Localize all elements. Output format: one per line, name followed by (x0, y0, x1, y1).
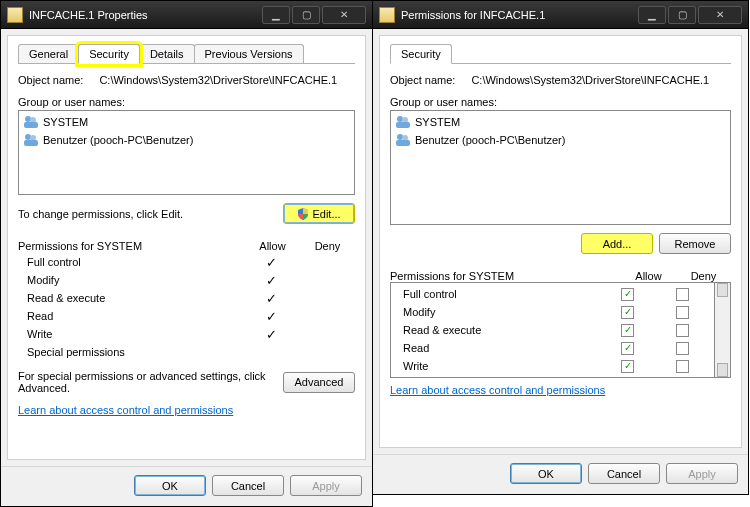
close-button[interactable]: ✕ (322, 6, 366, 24)
group-icon (23, 114, 39, 130)
permissions-list: Full control✓Modify✓Read & execute✓Read✓… (18, 252, 355, 362)
ok-button[interactable]: OK (134, 475, 206, 496)
permission-name: Read & execute (395, 324, 600, 336)
minimize-button[interactable]: ▁ (638, 6, 666, 24)
maximize-button[interactable]: ▢ (292, 6, 320, 24)
apply-button[interactable]: Apply (666, 463, 738, 484)
tab-bar: General Security Details Previous Versio… (18, 44, 355, 64)
object-name-label: Object name: (18, 74, 83, 86)
permission-name: Read (395, 342, 600, 354)
titlebar[interactable]: Permissions for INFCACHE.1 ▁ ▢ ✕ (373, 1, 748, 29)
tab-security[interactable]: Security (78, 44, 140, 64)
permission-row: Modify✓ (19, 271, 354, 289)
cancel-button[interactable]: Cancel (588, 463, 660, 484)
deny-header: Deny (300, 240, 355, 252)
permission-row: Full control (395, 285, 710, 303)
edit-button[interactable]: Edit... (283, 203, 355, 224)
ok-button[interactable]: OK (510, 463, 582, 484)
scrollbar[interactable] (715, 282, 731, 378)
permission-name: Write (395, 360, 600, 372)
svg-rect-11 (396, 140, 410, 146)
maximize-button[interactable]: ▢ (668, 6, 696, 24)
permission-name: Modify (19, 274, 244, 286)
permission-row: Read (395, 339, 710, 357)
window-title: INFCACHE.1 Properties (29, 9, 262, 21)
permission-row: Write (395, 357, 710, 375)
list-item[interactable]: Benutzer (pooch-PC\Benutzer) (21, 131, 352, 149)
permission-row: Special permissions (19, 343, 354, 361)
list-item[interactable]: SYSTEM (21, 113, 352, 131)
tab-details[interactable]: Details (139, 44, 195, 63)
allow-checkbox[interactable] (621, 306, 634, 319)
allow-header: Allow (245, 240, 300, 252)
allow-cell: ✓ (244, 309, 299, 324)
tab-security[interactable]: Security (390, 44, 452, 64)
permission-name: Modify (395, 306, 600, 318)
advanced-button[interactable]: Advanced (283, 372, 355, 393)
allow-header: Allow (621, 270, 676, 282)
allow-checkbox[interactable] (621, 360, 634, 373)
permission-name: Full control (19, 256, 244, 268)
close-button[interactable]: ✕ (698, 6, 742, 24)
shield-icon (297, 208, 309, 220)
learn-link[interactable]: Learn about access control and permissio… (390, 384, 731, 396)
svg-rect-8 (396, 122, 410, 128)
change-permissions-text: To change permissions, click Edit. (18, 208, 183, 220)
list-item-label: SYSTEM (43, 116, 88, 128)
list-item[interactable]: SYSTEM (393, 113, 728, 131)
group-label: Group or user names: (390, 96, 731, 108)
cancel-button[interactable]: Cancel (212, 475, 284, 496)
permission-name: Write (19, 328, 244, 340)
deny-checkbox[interactable] (676, 324, 689, 337)
permission-name: Full control (395, 288, 600, 300)
permission-row: Modify (395, 303, 710, 321)
group-label: Group or user names: (18, 96, 355, 108)
permission-row: Full control✓ (19, 253, 354, 271)
allow-cell: ✓ (244, 273, 299, 288)
user-list[interactable]: SYSTEM Benutzer (pooch-PC\Benutzer) (18, 110, 355, 195)
deny-checkbox[interactable] (676, 342, 689, 355)
svg-rect-5 (24, 140, 38, 146)
list-item-label: Benutzer (pooch-PC\Benutzer) (43, 134, 193, 146)
list-item-label: SYSTEM (415, 116, 460, 128)
minimize-button[interactable]: ▁ (262, 6, 290, 24)
group-icon (23, 132, 39, 148)
deny-checkbox[interactable] (676, 288, 689, 301)
svg-point-0 (25, 116, 31, 122)
user-list[interactable]: SYSTEM Benutzer (pooch-PC\Benutzer) (390, 110, 731, 225)
group-icon (395, 114, 411, 130)
titlebar[interactable]: INFCACHE.1 Properties ▁ ▢ ✕ (1, 1, 372, 29)
deny-checkbox[interactable] (676, 306, 689, 319)
advanced-text: For special permissions or advanced sett… (18, 370, 275, 394)
window-title: Permissions for INFCACHE.1 (401, 9, 638, 21)
remove-button[interactable]: Remove (659, 233, 731, 254)
permission-row: Read & execute (395, 321, 710, 339)
svg-point-9 (397, 134, 403, 140)
group-icon (395, 132, 411, 148)
object-name-label: Object name: (390, 74, 455, 86)
object-path: C:\Windows\System32\DriverStore\INFCACHE… (471, 74, 731, 86)
learn-link[interactable]: Learn about access control and permissio… (18, 404, 355, 416)
permissions-list: Full controlModifyRead & executeReadWrit… (390, 282, 715, 378)
allow-checkbox[interactable] (621, 288, 634, 301)
tab-general[interactable]: General (18, 44, 79, 63)
allow-checkbox[interactable] (621, 324, 634, 337)
permission-name: Read (19, 310, 244, 322)
permissions-window: Permissions for INFCACHE.1 ▁ ▢ ✕ Securit… (372, 0, 749, 495)
tab-previous-versions[interactable]: Previous Versions (194, 44, 304, 63)
allow-cell: ✓ (244, 255, 299, 270)
svg-rect-2 (24, 122, 38, 128)
add-button[interactable]: Add... (581, 233, 653, 254)
permission-name: Read & execute (19, 292, 244, 304)
list-item-label: Benutzer (pooch-PC\Benutzer) (415, 134, 565, 146)
svg-point-3 (25, 134, 31, 140)
allow-checkbox[interactable] (621, 342, 634, 355)
allow-cell: ✓ (244, 291, 299, 306)
list-item[interactable]: Benutzer (pooch-PC\Benutzer) (393, 131, 728, 149)
file-icon (379, 7, 395, 23)
apply-button[interactable]: Apply (290, 475, 362, 496)
permission-row: Read & execute✓ (19, 289, 354, 307)
permission-row: Write✓ (19, 325, 354, 343)
permission-row: Read✓ (19, 307, 354, 325)
deny-checkbox[interactable] (676, 360, 689, 373)
